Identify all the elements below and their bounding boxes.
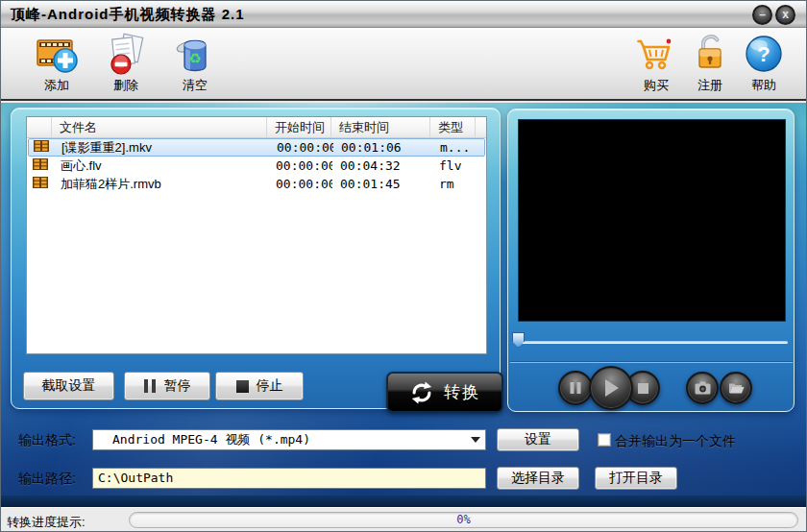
close-icon: x xyxy=(782,8,789,21)
combo-arrow-icon xyxy=(471,437,480,443)
convert-button[interactable]: 转换 xyxy=(386,372,503,413)
snapshot-button[interactable] xyxy=(686,372,719,404)
merge-output-label: 合并输出为一个文件 xyxy=(615,433,736,450)
clear-list-button[interactable]: ♻ 清空 xyxy=(165,32,225,97)
file-icon-cell xyxy=(29,139,54,157)
header-icon-col[interactable] xyxy=(27,117,52,137)
output-path-input[interactable]: C:\OutPath xyxy=(92,468,486,489)
window-title: 顶峰-Android手机视频转换器 2.1 xyxy=(11,6,245,24)
player-separator xyxy=(510,361,793,363)
svg-text:♻: ♻ xyxy=(188,50,201,66)
minimize-button[interactable]: – xyxy=(752,5,772,25)
file-icon-cell xyxy=(28,176,53,193)
svg-text:?: ? xyxy=(757,42,770,66)
clear-bin-icon: ♻ xyxy=(173,32,217,76)
file-type-cell: m... xyxy=(432,139,477,157)
file-video-icon xyxy=(33,177,48,188)
video-preview xyxy=(518,119,786,322)
file-end-cell: 00:01:06 xyxy=(333,139,432,157)
register-lock-icon xyxy=(688,32,732,76)
player-play-button[interactable] xyxy=(589,366,633,410)
file-type-cell: rm xyxy=(431,176,477,193)
minimize-icon: – xyxy=(759,8,766,21)
seek-slider-track[interactable] xyxy=(516,341,788,344)
open-snapshot-folder-button[interactable] xyxy=(720,372,752,404)
stop-label: 停止 xyxy=(257,377,283,395)
file-end-cell: 00:04:32 xyxy=(332,157,431,175)
file-name-cell: [谍影重重2].mkv xyxy=(54,139,269,157)
buy-cart-icon xyxy=(634,32,678,76)
capture-settings-label: 截取设置 xyxy=(42,377,96,395)
output-path-label: 输出路径: xyxy=(18,471,76,488)
settings-button[interactable]: 设置 xyxy=(497,428,579,451)
header-filename[interactable]: 文件名 xyxy=(52,117,267,137)
add-files-button[interactable]: 添加 xyxy=(27,32,86,97)
player-stop-icon xyxy=(637,382,649,395)
pause-convert-button[interactable]: 暂停 xyxy=(124,372,210,400)
progress-percent-text: 0% xyxy=(456,513,470,526)
file-table-header: 文件名 开始时间 结束时间 类型 xyxy=(27,117,486,138)
file-icon-cell xyxy=(28,157,53,175)
stop-icon xyxy=(236,380,249,393)
file-list: 文件名 开始时间 结束时间 类型 [谍影重重2].mkv00:00:0000:0… xyxy=(26,116,487,354)
settings-label: 设置 xyxy=(525,431,551,448)
buy-label: 购买 xyxy=(626,77,686,94)
convert-refresh-icon xyxy=(409,380,434,405)
file-end-cell: 00:01:45 xyxy=(332,176,431,193)
help-icon: ? xyxy=(742,32,786,76)
output-format-select[interactable]: Andriod MPEG-4 视频 (*.mp4) xyxy=(92,429,486,450)
player-pause-button[interactable] xyxy=(558,371,593,405)
buy-button[interactable]: 购买 xyxy=(626,32,686,97)
table-row[interactable]: [谍影重重2].mkv00:00:0000:01:06m... xyxy=(28,138,485,157)
file-video-icon xyxy=(34,140,49,152)
close-button[interactable]: x xyxy=(775,5,795,25)
pause-icon xyxy=(144,379,157,393)
output-format-value: Andriod MPEG-4 视频 (*.mp4) xyxy=(112,432,310,447)
register-label: 注册 xyxy=(680,77,740,94)
convert-label: 转换 xyxy=(444,381,480,403)
register-button[interactable]: 注册 xyxy=(680,32,740,97)
preview-panel xyxy=(507,109,795,412)
file-type-cell: flv xyxy=(431,157,477,175)
player-play-icon xyxy=(601,378,621,398)
player-pause-icon xyxy=(569,381,582,395)
stop-convert-button[interactable]: 停止 xyxy=(215,372,304,400)
choose-directory-label: 选择目录 xyxy=(511,470,565,487)
pause-label: 暂停 xyxy=(164,377,191,395)
toolbar: 添加 删除 ♻ 清空 xyxy=(1,28,806,101)
add-files-label: 添加 xyxy=(27,77,86,94)
header-filler xyxy=(476,117,486,137)
header-end-time[interactable]: 结束时间 xyxy=(331,117,430,137)
output-format-label: 输出格式: xyxy=(18,432,76,449)
file-name-cell: 加菲猫2样片.rmvb xyxy=(53,176,268,193)
add-video-icon xyxy=(35,32,79,76)
app-window: 顶峰-Android手机视频转换器 2.1 – x 添加 xyxy=(0,0,807,532)
title-bar: 顶峰-Android手机视频转换器 2.1 – x xyxy=(1,1,806,28)
table-row[interactable]: 加菲猫2样片.rmvb00:00:0000:01:45rm xyxy=(28,175,485,193)
file-table-body: [谍影重重2].mkv00:00:0000:01:06m...画心.flv00:… xyxy=(27,138,486,193)
table-row[interactable]: 画心.flv00:00:0000:04:32flv xyxy=(28,157,485,175)
delete-files-label: 删除 xyxy=(96,77,156,94)
file-start-cell: 00:00:00 xyxy=(268,157,332,175)
delete-files-button[interactable]: 删除 xyxy=(96,32,156,97)
capture-settings-button[interactable]: 截取设置 xyxy=(23,372,114,400)
choose-directory-button[interactable]: 选择目录 xyxy=(497,467,579,490)
merge-output-checkbox[interactable] xyxy=(598,433,611,447)
file-name-cell: 画心.flv xyxy=(53,157,268,175)
output-path-value: C:\OutPath xyxy=(98,471,173,485)
progress-hint-label: 转换进度提示: xyxy=(7,514,86,531)
folder-icon xyxy=(728,381,745,395)
file-start-cell: 00:00:00 xyxy=(269,139,333,157)
file-start-cell: 00:00:00 xyxy=(268,176,332,193)
header-type[interactable]: 类型 xyxy=(430,117,476,137)
seek-slider-thumb[interactable] xyxy=(512,332,525,348)
conversion-progress-bar: 0% xyxy=(129,512,798,528)
header-start-time[interactable]: 开始时间 xyxy=(267,117,331,137)
status-bar: 转换进度提示: 0% xyxy=(1,507,806,532)
help-label: 帮助 xyxy=(734,77,794,94)
open-directory-label: 打开目录 xyxy=(609,470,663,487)
delete-icon xyxy=(104,32,148,76)
open-directory-button[interactable]: 打开目录 xyxy=(595,467,677,490)
file-video-icon xyxy=(33,158,48,170)
help-button[interactable]: ? 帮助 xyxy=(734,32,794,97)
